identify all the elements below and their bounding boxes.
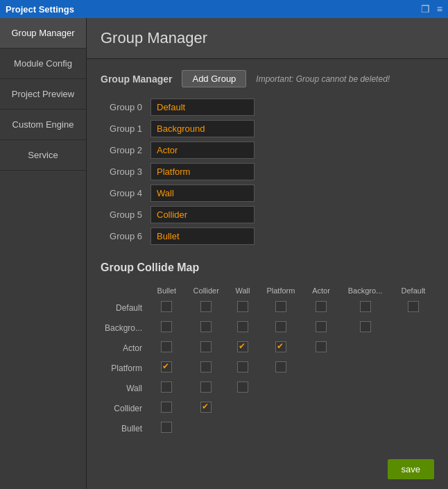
gm-header: Group Manager Add Group Important: Group…: [101, 70, 434, 87]
page-title: Group Manager: [101, 29, 434, 47]
restore-icon[interactable]: ❐: [421, 3, 430, 15]
collide-col-header: Bullet: [149, 284, 184, 298]
collide-col-header: Backgro...: [338, 284, 393, 298]
collide-checkbox[interactable]: [200, 301, 212, 312]
sidebar-item-group-manager[interactable]: Group Manager: [0, 18, 86, 49]
collide-checkbox[interactable]: [161, 321, 172, 332]
group-input-0[interactable]: [150, 98, 255, 116]
inner-content: Group Manager Add Group Important: Group…: [87, 59, 448, 452]
menu-icon[interactable]: ≡: [437, 3, 442, 15]
collide-col-header: Platform: [257, 284, 304, 298]
main-layout: Group ManagerModule ConfigProject Previe…: [0, 18, 448, 489]
sidebar-item-project-preview[interactable]: Project Preview: [0, 79, 86, 110]
collide-checkbox[interactable]: [161, 381, 172, 393]
collide-cell: [393, 358, 434, 378]
collide-checkbox[interactable]: [161, 402, 172, 413]
group-input-6[interactable]: [150, 228, 255, 245]
collide-col-header: Wall: [228, 284, 257, 298]
collide-cell: [184, 418, 228, 438]
collide-row: Actor: [101, 338, 434, 358]
group-label: Group 5: [101, 209, 142, 220]
collide-checkbox[interactable]: [275, 321, 286, 332]
collide-checkbox[interactable]: [200, 341, 212, 352]
gm-header-label: Group Manager: [101, 74, 172, 85]
collide-cell: [304, 298, 338, 318]
collide-checkbox[interactable]: [200, 361, 212, 372]
collide-cell: [304, 378, 338, 398]
collide-header-empty: [101, 284, 149, 298]
collide-cell: [393, 298, 434, 318]
collide-checkbox[interactable]: [237, 361, 248, 372]
collide-cell: [393, 378, 434, 398]
content-area: Group Manager Group Manager Add Group Im…: [87, 18, 448, 489]
group-input-2[interactable]: [150, 141, 255, 159]
collide-row: Backgro...: [101, 318, 434, 338]
group-label: Group 4: [101, 188, 142, 198]
collide-cell: [257, 418, 304, 438]
collide-row: Platform: [101, 358, 434, 378]
collide-cell: [338, 418, 393, 438]
sidebar-item-custom-engine[interactable]: Custom Engine: [0, 110, 86, 140]
collide-table: BulletColliderWallPlatformActorBackgro..…: [101, 284, 434, 438]
collide-checkbox[interactable]: [316, 341, 327, 352]
collide-checkbox[interactable]: [408, 301, 419, 312]
collide-cell: [304, 398, 338, 418]
collide-cell: [257, 318, 304, 338]
collide-row: Wall: [101, 378, 434, 398]
collide-cell: [228, 398, 257, 418]
collide-cell: [149, 418, 184, 438]
collide-checkbox[interactable]: [275, 361, 286, 372]
collide-checkbox[interactable]: [275, 341, 286, 352]
collide-cell: [184, 378, 228, 398]
title-bar-icons: ❐ ≡: [421, 3, 442, 15]
sidebar-item-service[interactable]: Service: [0, 140, 86, 171]
collide-checkbox[interactable]: [237, 301, 248, 312]
collide-cell: [338, 378, 393, 398]
collide-cell: [184, 358, 228, 378]
group-input-4[interactable]: [150, 185, 255, 202]
collide-cell: [257, 298, 304, 318]
save-button[interactable]: save: [388, 459, 434, 479]
collide-checkbox[interactable]: [161, 301, 172, 312]
sidebar: Group ManagerModule ConfigProject Previe…: [0, 18, 87, 489]
collide-cell: [228, 318, 257, 338]
collide-cell: [257, 358, 304, 378]
collide-cell: [228, 418, 257, 438]
collide-cell: [228, 358, 257, 378]
group-label: Group 3: [101, 166, 142, 177]
collide-cell: [393, 318, 434, 338]
collide-checkbox[interactable]: [161, 422, 172, 433]
collide-checkbox[interactable]: [237, 341, 248, 352]
collide-checkbox[interactable]: [200, 321, 212, 332]
sidebar-item-module-config[interactable]: Module Config: [0, 49, 86, 79]
collide-cell: [304, 318, 338, 338]
group-rows: Group 0Group 1Group 2Group 3Group 4Group…: [101, 98, 434, 245]
collide-checkbox[interactable]: [360, 321, 371, 332]
group-row: Group 5: [101, 206, 434, 223]
group-input-5[interactable]: [150, 206, 255, 223]
collide-row-label: Actor: [101, 338, 149, 358]
collide-cell: [184, 338, 228, 358]
collide-row-label: Backgro...: [101, 318, 149, 338]
collide-checkbox[interactable]: [316, 301, 327, 312]
collide-col-header: Collider: [184, 284, 228, 298]
collide-checkbox[interactable]: [316, 321, 327, 332]
add-group-button[interactable]: Add Group: [182, 70, 246, 87]
group-row: Group 4: [101, 185, 434, 202]
collide-cell: [149, 318, 184, 338]
group-input-1[interactable]: [150, 120, 255, 137]
collide-map-title: Group Collide Map: [101, 261, 434, 274]
group-input-3[interactable]: [150, 163, 255, 180]
collide-checkbox[interactable]: [237, 381, 248, 393]
collide-checkbox[interactable]: [237, 321, 248, 332]
collide-checkbox[interactable]: [200, 381, 212, 393]
save-area: save: [87, 452, 448, 489]
collide-checkbox[interactable]: [200, 402, 212, 413]
collide-checkbox[interactable]: [161, 361, 172, 372]
collide-row: Bullet: [101, 418, 434, 438]
collide-cell: [393, 418, 434, 438]
collide-checkbox[interactable]: [161, 341, 172, 352]
collide-cell: [393, 398, 434, 418]
collide-checkbox[interactable]: [360, 301, 371, 312]
collide-checkbox[interactable]: [275, 301, 286, 312]
